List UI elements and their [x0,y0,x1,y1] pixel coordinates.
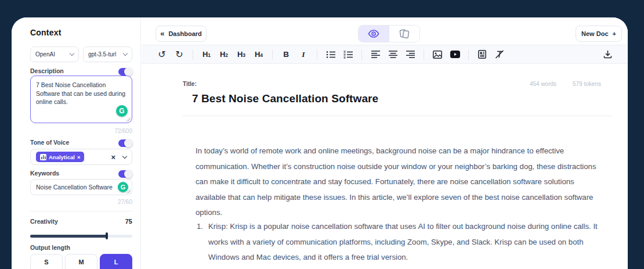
bullet-list-icon [326,51,335,59]
toolbar-separator [193,49,193,60]
keywords-label: Keywords [30,170,59,177]
download-button[interactable] [600,48,614,62]
list-item-text[interactable]: Krisp: Krisp is a popular noise cancella… [208,219,603,266]
list-item-number: 1. [197,219,208,266]
pages-mode-button[interactable] [389,26,419,42]
toolbar-separator [272,49,273,60]
undo-icon: ↺ [158,50,165,59]
document-canvas: Title: 454 words 579 tokens 7 Best Noise… [142,64,628,269]
chevron-down-icon[interactable] [122,153,127,158]
tone-tag-analytical[interactable]: Analytical × [36,152,84,162]
model-select-value: gpt-3.5-turl [88,51,116,58]
redo-icon: ↻ [175,50,183,59]
image-icon [433,51,442,59]
new-doc-button[interactable]: New Doc + [576,26,622,42]
tone-tag-label: Analytical [49,154,75,160]
align-center-icon [389,51,397,58]
pages-icon [399,29,410,38]
list-item: 1. Krisp: Krisp is a popular noise cance… [197,219,603,266]
output-length-l-button[interactable]: L [100,254,132,269]
tone-clear-icon[interactable]: × [111,153,115,161]
description-field-wrapper: 7 Best Noise Cancellation Software that … [30,76,132,123]
description-label: Description [30,67,64,74]
clear-formatting-button[interactable] [493,48,506,62]
view-mode-toggle [358,25,420,42]
heading4-button[interactable]: H4 [252,48,266,62]
insert-video-button[interactable] [448,48,462,62]
grammarly-icon[interactable]: G [118,182,128,192]
double-chevron-left-icon: « [160,29,164,38]
grammarly-icon[interactable]: G [116,105,128,117]
main-area: « Dashboard [142,17,628,269]
token-count: 579 tokens [573,81,601,87]
output-length-label: Output length [30,244,70,251]
ordered-list-button[interactable] [341,48,355,62]
document-intro-paragraph[interactable]: In today’s world of remote work and onli… [196,144,602,221]
top-bar: « Dashboard [142,17,628,45]
align-right-icon [406,51,415,58]
toolbar-separator [317,49,317,60]
model-select[interactable]: gpt-3.5-turl [83,46,132,62]
keywords-char-count: 27/60 [30,199,132,205]
align-center-button[interactable] [386,48,400,62]
tone-tag-remove-icon[interactable]: × [77,154,81,160]
sidebar-divider [30,211,132,211]
video-icon [450,51,460,58]
description-input[interactable]: 7 Best Noise Cancellation Software that … [36,81,126,118]
chevron-down-icon [70,51,74,56]
heading2-button[interactable]: H2 [217,48,231,62]
keywords-input[interactable] [36,184,117,191]
app-window: Context OpenAI gpt-3.5-turl Description … [12,17,628,269]
bullet-list-button[interactable] [324,48,338,62]
toolbar-separator [361,49,362,60]
new-doc-label: New Doc [581,30,608,37]
back-to-dashboard-button[interactable]: « Dashboard [155,26,207,42]
download-icon [603,50,612,59]
undo-button[interactable]: ↺ [155,48,169,62]
bold-button[interactable]: B [279,48,293,62]
output-length-s-button[interactable]: S [30,254,63,269]
output-length-m-button[interactable]: M [65,254,97,269]
preview-mode-button[interactable] [359,26,389,42]
creativity-slider[interactable] [30,232,132,239]
back-button-label: Dashboard [168,30,201,37]
creativity-value: 75 [125,218,132,225]
document-title-label: Title: [183,81,197,87]
toolbar-separator [424,49,424,60]
title-divider [183,116,613,116]
tone-select[interactable]: Analytical × × [30,149,132,165]
article-icon [478,50,486,59]
align-left-button[interactable] [368,48,382,62]
slider-thumb[interactable] [106,232,108,239]
chevron-down-icon [123,51,128,56]
word-count: 454 words [530,81,556,87]
formatting-toolbar: ↺ ↻ H1 H2 H3 H4 B I [142,45,628,64]
provider-select[interactable]: OpenAI [30,46,79,62]
description-toggle[interactable] [118,68,132,76]
heading1-button[interactable]: H1 [200,48,214,62]
tone-toggle[interactable] [118,139,132,147]
redo-button[interactable]: ↻ [172,48,186,62]
document-numbered-list[interactable]: 1. Krisp: Krisp is a popular noise cance… [197,219,603,269]
italic-button[interactable]: I [296,48,310,62]
ordered-list-icon [343,51,353,59]
align-left-icon [371,51,380,58]
bar-chart-icon [40,154,46,160]
creativity-label: Creativity [30,218,58,225]
provider-select-value: OpenAI [35,51,55,58]
slider-fill [30,235,107,238]
plus-icon: + [613,30,616,37]
insert-image-button[interactable] [430,48,444,62]
tone-label: Tone of Voice [30,139,69,146]
toolbar-separator [468,49,469,60]
align-right-button[interactable] [403,48,417,62]
heading3-button[interactable]: H3 [234,48,248,62]
context-sidebar: Context OpenAI gpt-3.5-turl Description … [12,17,141,269]
description-char-count: 72/600 [30,128,132,134]
clear-formatting-icon [495,50,504,59]
document-title[interactable]: 7 Best Noise Cancellation Software [192,92,378,105]
eye-icon [368,30,379,38]
insert-article-button[interactable] [475,48,489,62]
keywords-toggle[interactable] [118,170,132,178]
sidebar-title: Context [30,28,61,37]
